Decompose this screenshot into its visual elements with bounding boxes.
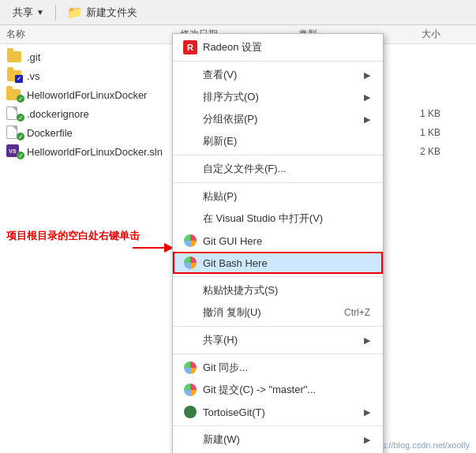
submenu-arrow-icon: ▶: [364, 70, 370, 80]
git-gui-icon: [182, 233, 198, 249]
folder-icon: [6, 49, 22, 65]
radeon-icon: [182, 39, 198, 55]
toolbar-divider: [55, 5, 56, 21]
menu-item-git-sync[interactable]: Git 同步...: [173, 357, 383, 379]
menu-section-7: Git 同步... Git 提交(C) -> "master"... Torto…: [173, 354, 383, 426]
menu-item-sort[interactable]: 排序方式(O) ▶: [173, 86, 383, 108]
menu-item-open-vs[interactable]: 在 Visual Studio 中打开(V): [173, 208, 383, 230]
submenu-arrow-icon: ▶: [364, 435, 370, 445]
menu-item-label: 新建(W): [203, 432, 358, 447]
menu-section-1: Radeon 设置: [173, 34, 383, 62]
menu-section-3: 自定义文件夹(F)...: [173, 155, 383, 183]
col-size-header: 大小: [393, 28, 440, 41]
submenu-arrow-icon: ▶: [364, 407, 370, 417]
menu-section-8: 新建(W) ▶: [173, 426, 383, 453]
menu-item-view[interactable]: 查看(V) ▶: [173, 64, 383, 86]
menu-item-customize[interactable]: 自定义文件夹(F)...: [173, 158, 383, 180]
no-icon: [182, 189, 198, 204]
new-folder-label: 新建文件夹: [86, 6, 137, 20]
file-name: .dockerignore: [27, 108, 180, 120]
context-menu: Radeon 设置 查看(V) ▶ 排序方式(O) ▶ 分组依据(P) ▶: [172, 33, 384, 453]
vs-folder-icon: ✓: [6, 68, 22, 84]
submenu-arrow-icon: ▶: [364, 335, 370, 346]
menu-item-label: 查看(V): [203, 68, 358, 82]
annotation-text: 项目根目录的空白处右键单击: [6, 229, 140, 243]
shortcut-label: Ctrl+Z: [344, 307, 370, 318]
file-name: HelloworldForLinuxDocker.sln: [27, 146, 180, 158]
no-icon: [182, 283, 198, 298]
menu-item-label: 粘贴(P): [203, 189, 370, 204]
col-name-header: 名称: [6, 28, 180, 41]
no-icon: [182, 211, 198, 226]
file-name: Dockerfile: [27, 127, 180, 139]
no-icon: [182, 67, 198, 83]
submenu-arrow-icon: ▶: [364, 114, 370, 125]
menu-item-label: Git Bash Here: [203, 257, 370, 269]
menu-item-label: Git GUI Here: [203, 235, 370, 247]
share-arrow-icon: ▼: [36, 8, 44, 17]
menu-item-label: 自定义文件夹(F)...: [203, 162, 370, 176]
menu-item-undo[interactable]: 撤消 复制(U) Ctrl+Z: [173, 301, 383, 324]
git-commit-icon: [182, 382, 198, 398]
menu-item-paste[interactable]: 粘贴(P): [173, 185, 383, 208]
no-icon: [182, 305, 198, 320]
folder-icon: 📁: [67, 5, 83, 20]
no-icon: [182, 161, 198, 177]
menu-section-6: 共享(H) ▶: [173, 327, 383, 354]
menu-item-label: 撤消 复制(U): [203, 305, 332, 320]
menu-item-git-bash[interactable]: Git Bash Here: [173, 252, 383, 274]
menu-item-paste-shortcut[interactable]: 粘贴快捷方式(S): [173, 279, 383, 301]
share-button[interactable]: 共享 ▼: [6, 4, 51, 21]
menu-item-label: 刷新(E): [203, 134, 370, 148]
explorer-window: 共享 ▼ 📁 新建文件夹 名称 修改日期 类型 大小 .git: [0, 0, 476, 453]
menu-item-new[interactable]: 新建(W) ▶: [173, 429, 383, 451]
file-size: 2 KB: [393, 146, 440, 157]
menu-item-label: 排序方式(O): [203, 90, 358, 104]
menu-item-radeon[interactable]: Radeon 设置: [173, 36, 383, 58]
menu-item-label: 分组依据(P): [203, 112, 358, 126]
no-icon: [182, 89, 198, 105]
share-label: 共享: [13, 6, 33, 20]
tortoise-icon: [182, 404, 198, 420]
menu-item-group[interactable]: 分组依据(P) ▶: [173, 108, 383, 130]
menu-item-label: Git 同步...: [203, 361, 370, 375]
dockerfile-icon: ✓: [6, 125, 22, 140]
menu-section-4: 粘贴(P) 在 Visual Studio 中打开(V) Git GUI Her…: [173, 183, 383, 277]
no-icon: [182, 133, 198, 149]
file-size: 1 KB: [393, 127, 440, 138]
menu-section-5: 粘贴快捷方式(S) 撤消 复制(U) Ctrl+Z: [173, 277, 383, 327]
menu-item-git-gui[interactable]: Git GUI Here: [173, 230, 383, 252]
menu-item-label: 粘贴快捷方式(S): [203, 283, 370, 298]
menu-item-tortoise[interactable]: TortoiseGit(T) ▶: [173, 401, 383, 423]
submenu-arrow-icon: ▶: [364, 92, 370, 103]
no-icon: [182, 432, 198, 447]
new-folder-button[interactable]: 📁 新建文件夹: [61, 3, 144, 21]
no-icon: [182, 332, 198, 348]
git-bash-icon: [182, 255, 198, 271]
sln-icon: VS ✓: [6, 144, 22, 159]
file-name: .vs: [27, 70, 180, 82]
no-icon: [182, 111, 198, 127]
menu-item-label: Git 提交(C) -> "master"...: [203, 383, 370, 397]
menu-section-2: 查看(V) ▶ 排序方式(O) ▶ 分组依据(P) ▶ 刷新(E): [173, 62, 383, 155]
menu-item-label: Radeon 设置: [203, 40, 370, 54]
docker-file-icon: ✓: [6, 106, 22, 122]
menu-item-share[interactable]: 共享(H) ▶: [173, 329, 383, 351]
menu-item-refresh[interactable]: 刷新(E): [173, 130, 383, 152]
menu-item-label: TortoiseGit(T): [203, 406, 358, 418]
checked-folder-icon: ✓: [6, 87, 22, 103]
menu-item-git-commit[interactable]: Git 提交(C) -> "master"...: [173, 379, 383, 401]
file-name: HelloworldForLinuxDocker: [27, 89, 180, 101]
toolbar: 共享 ▼ 📁 新建文件夹: [0, 0, 476, 25]
menu-item-label: 在 Visual Studio 中打开(V): [203, 212, 370, 226]
file-size: 1 KB: [393, 108, 440, 119]
file-name: .git: [27, 51, 180, 63]
menu-item-label: 共享(H): [203, 333, 358, 347]
git-sync-icon: [182, 360, 198, 376]
